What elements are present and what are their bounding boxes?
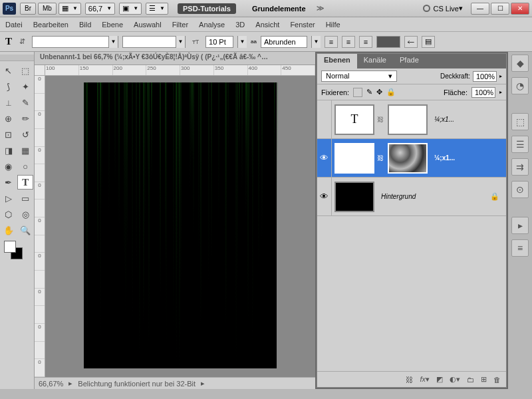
layer-row[interactable]: T⛓ ¼;x1...: [317, 100, 506, 139]
fx-button[interactable]: fx▾: [420, 375, 430, 384]
menu-ansicht[interactable]: Ansicht: [255, 21, 279, 29]
ruler-horizontal[interactable]: 100 150 200 250 300 350 400 450: [35, 65, 315, 76]
layer-row[interactable]: 👁 Hintergrund 🔒: [317, 178, 506, 216]
type-tool[interactable]: T: [17, 175, 33, 190]
menu-fenster[interactable]: Fenster: [290, 21, 315, 29]
menu-ebene[interactable]: Ebene: [102, 21, 123, 29]
layer-row[interactable]: 👁 T⛓ ¼;x1...: [317, 139, 506, 178]
layer-thumb[interactable]: T: [334, 143, 374, 174]
panel-grip[interactable]: [0, 55, 34, 61]
text-color-swatch[interactable]: [376, 36, 400, 48]
cs-live-button[interactable]: CS Live ▾: [423, 4, 463, 13]
fill-arrow[interactable]: ▸: [499, 89, 502, 95]
history-brush-tool[interactable]: ↺: [18, 127, 34, 142]
menu-bild[interactable]: Bild: [79, 21, 91, 29]
visibility-toggle[interactable]: [317, 100, 332, 138]
align-left-button[interactable]: ≡: [325, 36, 338, 48]
document-tab[interactable]: Unbenannt-1 bei 66,7% (¼;xÃ•Y €3ôÚ€yÈ8¦!…: [35, 52, 315, 65]
menu-bearbeiten[interactable]: Bearbeiten: [33, 21, 68, 29]
healing-tool[interactable]: ⊕: [1, 111, 17, 126]
tab-ebenen[interactable]: Ebenen: [317, 54, 357, 68]
blur-tool[interactable]: ◉: [1, 159, 17, 174]
lock-all-button[interactable]: 🔒: [386, 88, 396, 96]
document[interactable]: [84, 82, 277, 368]
menu-3d[interactable]: 3D: [235, 21, 245, 29]
text-orientation-icon[interactable]: ⇵: [16, 36, 28, 48]
3d-tool[interactable]: ⬡: [1, 207, 17, 221]
new-layer-button[interactable]: ⊞: [481, 375, 487, 384]
blend-mode-dropdown[interactable]: Normal▾: [321, 70, 397, 82]
dock-channels-icon[interactable]: ⇉: [511, 158, 529, 176]
dock-history-icon[interactable]: ▸: [511, 217, 529, 234]
align-center-button[interactable]: ≡: [342, 36, 355, 48]
layer-name[interactable]: Hintergrund: [377, 193, 490, 200]
mask-thumb[interactable]: [388, 104, 428, 135]
color-swatches[interactable]: [4, 241, 23, 259]
dock-masks-icon[interactable]: ☰: [511, 136, 529, 153]
font-size-field[interactable]: 10 Pt: [205, 36, 233, 48]
align-right-button[interactable]: ≡: [359, 36, 372, 48]
menu-filter[interactable]: Filter: [172, 21, 188, 29]
layer-thumb[interactable]: [334, 182, 374, 212]
move-tool[interactable]: ↖: [1, 63, 17, 78]
visibility-toggle[interactable]: 👁: [317, 178, 332, 215]
zoom-dropdown[interactable]: 66,7▼: [85, 3, 115, 15]
aa-arrow[interactable]: ▼: [311, 36, 321, 48]
hand-tool[interactable]: ✋: [1, 223, 17, 237]
minibridge-button[interactable]: Mb: [38, 3, 57, 15]
group-button[interactable]: 🗀: [467, 376, 474, 384]
dock-adjustments-icon[interactable]: ⬚: [511, 113, 529, 130]
layer-name[interactable]: ¼;x1...: [430, 116, 506, 123]
lock-position-button[interactable]: ✥: [376, 88, 382, 96]
canvas[interactable]: [45, 76, 315, 377]
pen-tool[interactable]: ✒: [1, 175, 16, 190]
bridge-button[interactable]: Br: [20, 3, 36, 15]
opacity-field[interactable]: 100%: [473, 71, 497, 82]
dodge-tool[interactable]: ○: [18, 159, 34, 174]
maximize-button[interactable]: ☐: [491, 3, 509, 15]
character-panel-button[interactable]: ▤: [422, 36, 435, 48]
lock-image-button[interactable]: ✎: [366, 88, 372, 96]
dock-paths-icon[interactable]: ⊙: [511, 181, 529, 198]
menu-datei[interactable]: Datei: [5, 21, 23, 29]
arrange-dropdown[interactable]: ☰▼: [146, 3, 168, 15]
gradient-tool[interactable]: ▦: [18, 143, 34, 158]
mask-button[interactable]: ◩: [436, 375, 443, 384]
layer-thumb[interactable]: T: [334, 104, 374, 135]
visibility-toggle[interactable]: 👁: [317, 139, 332, 177]
workspace-active[interactable]: PSD-Tutorials: [178, 3, 236, 14]
shape-tool[interactable]: ▭: [18, 191, 34, 205]
lasso-tool[interactable]: ⟆: [1, 79, 17, 94]
menu-hilfe[interactable]: Hilfe: [326, 21, 340, 29]
brush-tool[interactable]: ✏: [18, 111, 34, 126]
lock-transparency-button[interactable]: [353, 88, 362, 97]
eraser-tool[interactable]: ◨: [1, 143, 17, 158]
tab-kanaele[interactable]: Kanäle: [357, 54, 393, 68]
menu-analyse[interactable]: Analyse: [199, 21, 225, 29]
font-size-arrow[interactable]: ▼: [237, 36, 247, 48]
link-icon[interactable]: ⛓: [377, 104, 385, 135]
adjustment-button[interactable]: ◐▾: [450, 375, 460, 384]
close-button[interactable]: ✕: [511, 3, 529, 15]
workspace-overflow-icon[interactable]: ≫: [317, 4, 325, 13]
view-mode-dropdown[interactable]: ▦▼: [59, 3, 81, 15]
crop-tool[interactable]: ⟂: [1, 95, 17, 110]
dock-color-icon[interactable]: ◆: [511, 55, 529, 72]
workspace-button[interactable]: Grundelemente: [247, 3, 311, 14]
font-family-dropdown[interactable]: ▼: [32, 36, 118, 48]
tab-pfade[interactable]: Pfade: [393, 54, 426, 68]
marquee-tool[interactable]: ⬚: [18, 63, 34, 78]
screen-mode-dropdown[interactable]: ▣▼: [119, 3, 142, 15]
mask-thumb[interactable]: [388, 143, 428, 174]
status-zoom[interactable]: 66,67%: [39, 380, 63, 388]
ruler-vertical[interactable]: 000000000: [35, 76, 45, 377]
minimize-button[interactable]: —: [471, 3, 489, 15]
delete-layer-button[interactable]: 🗑: [493, 376, 501, 384]
warp-text-button[interactable]: 🡐: [404, 36, 418, 48]
3d-camera-tool[interactable]: ◎: [18, 207, 34, 221]
opacity-arrow[interactable]: ▸: [499, 73, 502, 79]
fg-color[interactable]: [4, 241, 16, 253]
layer-name[interactable]: ¼;x1...: [430, 154, 506, 162]
magic-wand-tool[interactable]: ✦: [18, 79, 34, 94]
zoom-tool[interactable]: 🔍: [18, 223, 34, 237]
